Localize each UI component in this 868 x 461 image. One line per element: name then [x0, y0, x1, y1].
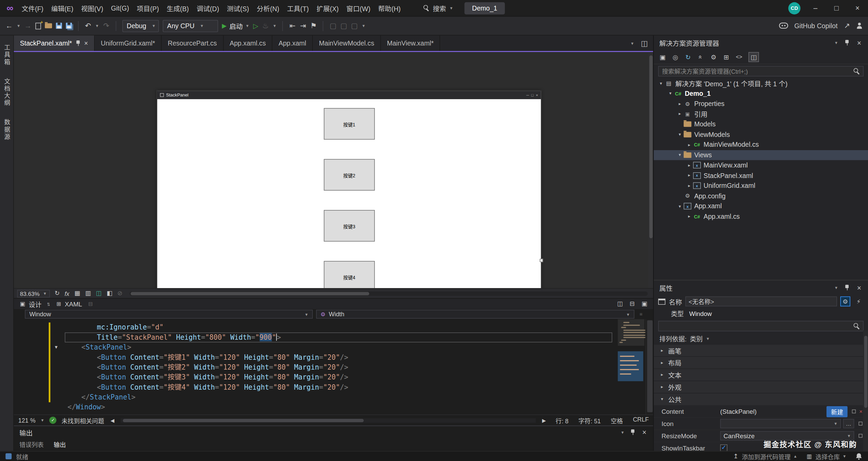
- tree-item[interactable]: ⚙App.config: [654, 191, 868, 201]
- property-category[interactable]: ▸文本: [654, 369, 868, 381]
- tree-item[interactable]: ▸⚙Properties: [654, 99, 868, 109]
- hot-reload-icon[interactable]: ♨: [262, 22, 269, 30]
- tree-item[interactable]: ▸C#MainViewModel.cs: [654, 140, 868, 150]
- member-dropdown[interactable]: ⚙ Width ▼: [316, 310, 634, 319]
- code-line[interactable]: </Window>: [14, 402, 615, 412]
- tab-output[interactable]: 输出: [54, 440, 66, 449]
- tree-item[interactable]: ▸C#App.xaml.cs: [654, 211, 868, 221]
- chevron-icon[interactable]: ▾: [676, 204, 684, 209]
- minimap[interactable]: [618, 319, 644, 414]
- navigate-forward-icon[interactable]: →: [24, 22, 32, 30]
- arrange-mode[interactable]: 类别: [690, 334, 702, 343]
- resize-handle[interactable]: [540, 259, 543, 262]
- icon-combobox[interactable]: ▼: [720, 419, 841, 428]
- menu-item[interactable]: 项目(P): [133, 2, 163, 15]
- snaplines-icon[interactable]: ◫: [96, 290, 102, 297]
- health-check-icon[interactable]: ✓: [49, 417, 56, 424]
- document-tab[interactable]: MainViewModel.cs: [313, 35, 381, 51]
- properties-icon[interactable]: ⚙: [710, 53, 717, 61]
- sync-with-active-document-icon[interactable]: ▣: [659, 53, 666, 61]
- new-button[interactable]: 新建: [827, 406, 848, 417]
- split-horizontal-icon[interactable]: ⊟: [629, 300, 636, 307]
- chevron-down-icon[interactable]: ▼: [17, 24, 20, 28]
- tree-item[interactable]: ▾Views: [654, 150, 868, 160]
- menu-item[interactable]: 调试(D): [193, 2, 223, 15]
- scroll-right-icon[interactable]: ▶: [541, 418, 547, 423]
- undo-icon[interactable]: ↶: [85, 22, 91, 30]
- line-ending-indicator[interactable]: CRLF: [633, 416, 649, 425]
- effects-icon[interactable]: fx: [65, 290, 69, 297]
- pin-icon[interactable]: [631, 429, 635, 435]
- view-code-icon[interactable]: <>: [736, 54, 742, 60]
- search-box[interactable]: 搜索 ▼: [423, 3, 453, 13]
- redo-icon[interactable]: ↷: [103, 22, 110, 30]
- zoom-dropdown[interactable]: 83.63% ▼: [17, 289, 50, 297]
- open-file-icon[interactable]: [45, 23, 52, 29]
- menu-item[interactable]: 测试(S): [223, 2, 253, 15]
- property-category[interactable]: ▸布局: [654, 356, 868, 369]
- tree-item[interactable]: ▾ViewModels: [654, 129, 868, 140]
- code-line[interactable]: </StackPanel>: [14, 392, 615, 402]
- tree-item[interactable]: ▸MainView.xaml: [654, 160, 868, 170]
- indent-increase-icon[interactable]: ⇥: [300, 22, 307, 30]
- collapse-all-icon[interactable]: «: [698, 53, 704, 60]
- snap-grid-icon[interactable]: ▥: [85, 290, 91, 297]
- chevron-icon[interactable]: ▾: [676, 153, 684, 158]
- tab-xaml[interactable]: ⊞ XAML: [55, 301, 82, 307]
- window-menu-icon[interactable]: ▼: [620, 430, 624, 434]
- chevron-icon[interactable]: ▸: [685, 163, 693, 168]
- save-all-icon[interactable]: [66, 23, 72, 29]
- editor-horizontal-scrollbar[interactable]: [121, 418, 536, 423]
- xaml-code-editor[interactable]: mc:Ignorable="d"Title="StackPanel" Heigh…: [14, 319, 653, 414]
- menu-item[interactable]: 分析(N): [253, 2, 283, 15]
- copilot-label[interactable]: GitHub Copilot: [794, 22, 837, 30]
- tree-item[interactable]: ▾C#Demo_1: [654, 88, 868, 99]
- tree-item[interactable]: ▾▤解决方案 'Demo_1' (1 个项目, 共 1 个): [654, 78, 868, 88]
- pending-changes-filter-icon[interactable]: ◎: [672, 53, 679, 61]
- designer-horizontal-scrollbar[interactable]: [130, 291, 648, 296]
- add-to-source-control[interactable]: ↥ 添加到源代码管理 ▲: [733, 452, 797, 461]
- document-tab[interactable]: UniformGrid.xaml*: [95, 35, 162, 51]
- chevron-down-icon[interactable]: ▼: [706, 337, 710, 340]
- menu-item[interactable]: 帮助(H): [374, 2, 404, 15]
- artboard-background-icon[interactable]: ◧: [107, 290, 112, 297]
- window-menu-icon[interactable]: ▼: [834, 286, 838, 289]
- designer-button[interactable]: 按键1: [324, 108, 375, 140]
- chevron-down-icon[interactable]: ▼: [40, 418, 44, 422]
- swap-panes-icon[interactable]: ↑↓: [47, 301, 50, 307]
- chevron-icon[interactable]: ▸: [676, 111, 684, 117]
- properties-scrollbar[interactable]: [863, 330, 868, 451]
- property-marker[interactable]: [858, 422, 862, 425]
- property-marker[interactable]: [858, 434, 862, 438]
- chevron-icon[interactable]: ▾: [657, 81, 665, 86]
- clear-value-icon[interactable]: ×: [859, 408, 863, 414]
- select-repository[interactable]: ▥ 选择仓库 ▼: [806, 452, 847, 461]
- split-vertical-icon[interactable]: ◫: [617, 300, 623, 307]
- editor-split-grip-icon[interactable]: ≡: [638, 312, 645, 317]
- window-menu-icon[interactable]: ▼: [834, 41, 838, 45]
- doc-well-options-icon[interactable]: ◫: [641, 39, 648, 47]
- designer-button[interactable]: 按键2: [324, 159, 375, 191]
- maximize-button[interactable]: □: [830, 4, 843, 12]
- events-mode-button[interactable]: ⚡: [854, 297, 864, 306]
- code-line[interactable]: <Button Content="按键4" Width="120" Height…: [14, 382, 615, 392]
- disable-project-code-icon[interactable]: ⊘: [117, 290, 123, 297]
- tree-item[interactable]: Models: [654, 119, 868, 129]
- tab-error-list[interactable]: 错误列表: [19, 440, 44, 449]
- name-field[interactable]: <无名称>: [685, 297, 837, 306]
- scrollbar-thumb[interactable]: [864, 336, 867, 408]
- indent-decrease-icon[interactable]: ⇤: [289, 22, 296, 30]
- code-line[interactable]: <Button Content="按键3" Width="120" Height…: [14, 372, 615, 382]
- collapse-pane-icon[interactable]: ▣: [641, 300, 648, 307]
- popout-pane-icon[interactable]: ⊟: [87, 301, 94, 307]
- properties-search-input[interactable]: [662, 323, 850, 330]
- browse-button[interactable]: …: [843, 419, 854, 428]
- properties-mode-button[interactable]: ⚙: [840, 297, 850, 306]
- designer-button[interactable]: 按键4: [324, 261, 375, 288]
- tool-window-tab[interactable]: 数据源: [2, 119, 11, 141]
- properties-search-box[interactable]: [658, 321, 864, 331]
- scrollbar-thumb[interactable]: [123, 419, 364, 422]
- minimize-button[interactable]: –: [809, 4, 821, 12]
- document-tab[interactable]: ResourcePart.cs: [162, 35, 223, 51]
- solution-search-box[interactable]: [658, 66, 864, 76]
